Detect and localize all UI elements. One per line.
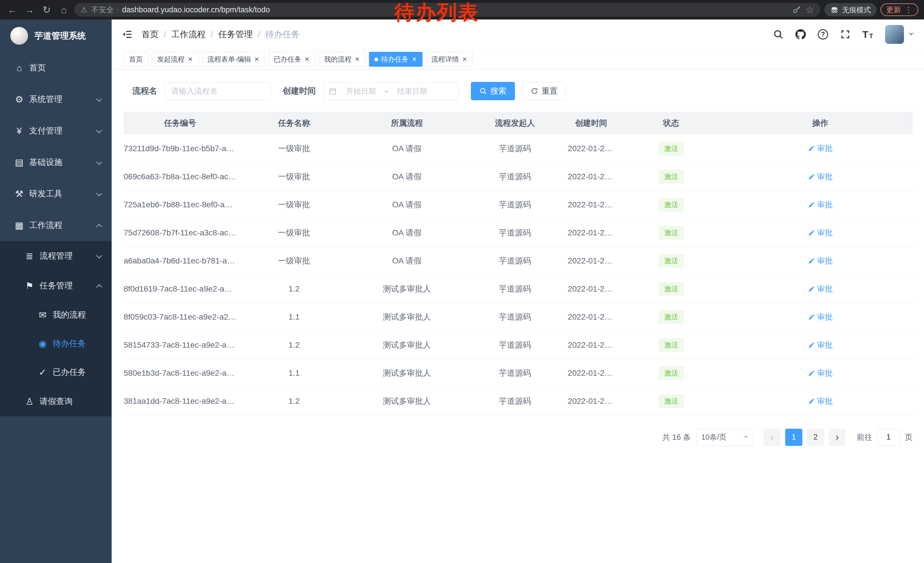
table-row-725a1eb6-7b88-11ec-8ef0-acde48001122: 725a1eb6-7b88-11ec-8ef0-acde48001122 一级审… [124,191,912,219]
edit-icon [808,398,815,405]
cell-process: 测试多审批人 [351,303,462,331]
close-icon[interactable]: × [304,56,310,63]
date-range-picker[interactable]: - [323,82,459,100]
sidebar-item-label: 系统管理 [29,94,62,105]
tab-start-process[interactable]: 发起流程 × [152,52,199,67]
github-icon[interactable] [795,29,806,39]
search-icon [480,87,487,95]
avatar[interactable] [885,25,904,44]
search-button[interactable]: 搜索 [471,82,515,100]
browser-menu-icon[interactable] [904,5,912,15]
table-row-381aa1dd-7ac8-11ec-a9e2-a2380e71991a: 381aa1dd-7ac8-11ec-a9e2-a2380e71991a 1.2… [124,387,912,415]
approve-link[interactable]: 审批 [808,368,833,378]
tab-home[interactable]: 首页 × [124,52,148,67]
update-button[interactable]: 更新 [880,3,918,16]
table-header-row: 任务编号 任务名称 所属流程 流程发起人 创建时间 状态 操作 [124,112,912,135]
close-icon[interactable]: × [254,56,260,63]
monitor-icon: ▤ [13,157,26,168]
sidebar-fold-icon[interactable] [122,29,132,39]
logo-row[interactable]: 芋道管理系统 [0,20,112,52]
back-icon[interactable]: ← [6,4,19,15]
column-header: 任务名称 [237,112,351,135]
tab-done-task[interactable]: 已办任务 × [268,52,315,67]
cell-action: 审批 [728,303,912,331]
search-icon[interactable] [773,29,783,39]
close-icon[interactable]: × [354,56,360,63]
goto-page-input[interactable] [877,429,900,446]
reset-button[interactable]: 重置 [522,82,566,100]
sidebar-item-payment[interactable]: ¥ 支付管理 [0,115,112,147]
cell-task-id: 580e1b3d-7ac8-11ec-a9e2-a2380e71991a [124,359,237,387]
cell-initiator: 芋道源码 [462,387,568,415]
bookmark-star-icon[interactable]: ☆ [806,4,814,15]
tab-process-detail[interactable]: 流程详情 × [426,52,473,67]
prev-page-button[interactable] [764,429,781,446]
sidebar-item-label: 工作流程 [29,220,62,231]
end-date-input[interactable] [391,87,434,96]
cell-status: 激活 [614,275,728,303]
sidebar-item-label: 待办任务 [52,338,86,349]
home-icon[interactable]: ⌂ [57,4,70,15]
approve-link[interactable]: 审批 [808,228,833,238]
close-icon[interactable]: × [411,56,417,63]
breadcrumb-item[interactable]: 首页 [141,29,171,41]
chevron-down-icon [744,436,748,438]
status-badge: 激活 [659,226,684,239]
approve-link[interactable]: 审批 [808,171,833,182]
sidebar-item-my-process[interactable]: ✉ 我的流程 [0,301,112,329]
tab-form-edit[interactable]: 流程表单-编辑 × [202,52,265,67]
close-icon[interactable]: × [462,56,468,63]
active-dot-icon [374,57,378,61]
sidebar-item-infra[interactable]: ▤ 基础设施 [0,147,112,178]
sidebar-item-system[interactable]: ⚙ 系统管理 [0,84,112,115]
page-button[interactable]: 1 [785,429,802,446]
sidebar-item-process-mgmt[interactable]: ≣ 流程管理 [0,241,112,271]
approve-link[interactable]: 审批 [808,396,833,406]
next-page-button[interactable] [829,429,846,446]
help-icon[interactable] [818,29,828,39]
cell-initiator: 芋道源码 [462,163,568,191]
fullscreen-icon[interactable] [840,29,850,39]
approve-link[interactable]: 审批 [808,200,833,210]
sidebar-item-task-mgmt[interactable]: ⚑ 任务管理 [0,271,112,301]
sidebar-item-done-task[interactable]: ✓ 已办任务 [0,358,112,387]
sidebar-item-home[interactable]: ⌂ 首页 [0,52,112,84]
check-icon: ✓ [36,367,49,378]
reload-icon[interactable]: ↻ [40,4,53,15]
approve-link[interactable]: 审批 [808,256,833,266]
page-size-select[interactable]: 10条/页 [696,429,753,446]
page-button[interactable]: 2 [807,429,824,446]
table-row-580e1b3d-7ac8-11ec-a9e2-a2380e71991a: 580e1b3d-7ac8-11ec-a9e2-a2380e71991a 1.1… [124,359,912,387]
approve-link[interactable]: 审批 [808,340,833,350]
font-size-icon[interactable] [862,30,873,39]
sidebar-item-devtools[interactable]: ⚒ 研发工具 [0,178,112,210]
sidebar-item-todo-task[interactable]: ◉ 待办任务 [0,329,112,358]
url-text: dashboard.yudao.iocoder.cn/bpm/task/todo [122,6,270,14]
password-key-icon[interactable] [792,5,801,14]
start-date-input[interactable] [339,87,382,96]
tools-icon: ⚒ [13,188,26,199]
breadcrumb-item[interactable]: 任务管理 [218,29,266,41]
pagination: 共 16 条 10条/页 1 2 [124,429,912,463]
chevron-icon [96,127,102,133]
approve-link[interactable]: 审批 [808,284,833,294]
close-icon[interactable]: × [188,56,193,63]
address-bar[interactable]: ⚠ 不安全 dashboard.yudao.iocoder.cn/bpm/tas… [74,3,820,17]
breadcrumb-item[interactable]: 待办任务 [266,29,310,41]
process-name-input[interactable] [165,82,271,100]
column-header: 任务编号 [124,112,237,135]
edit-icon [808,285,815,293]
forward-icon[interactable]: → [23,4,36,15]
breadcrumb-item[interactable]: 工作流程 [171,29,218,41]
tab-todo-task[interactable]: 待办任务 × [369,52,423,67]
tags-bar: 首页 × 发起流程 × 流程表单-编辑 × 已办任务 [112,49,924,69]
approve-link[interactable]: 审批 [808,312,833,322]
approve-link[interactable]: 审批 [808,143,833,153]
tab-my-process[interactable]: 我的流程 × [319,52,366,67]
user-menu[interactable] [885,25,914,44]
cell-action: 审批 [728,163,912,191]
app-title: 芋道管理系统 [34,30,86,42]
cell-task-id: 069c6a63-7b8a-11ec-8ef0-acde48001122 [124,163,237,191]
sidebar-item-leave-query[interactable]: ♙ 请假查询 [0,387,112,416]
sidebar-item-workflow[interactable]: ▦ 工作流程 [0,210,112,241]
